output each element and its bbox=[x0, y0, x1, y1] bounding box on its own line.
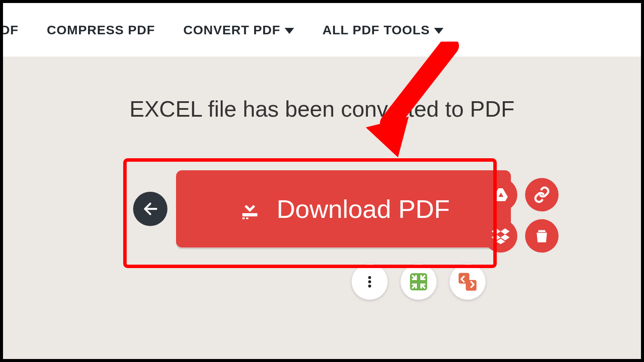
copy-link-button[interactable] bbox=[525, 178, 559, 211]
svg-point-14 bbox=[368, 285, 371, 288]
delete-button[interactable] bbox=[525, 219, 559, 253]
nav-item-pdf-partial[interactable]: DF bbox=[0, 23, 18, 37]
download-icon bbox=[237, 196, 263, 222]
nav-item-all-tools[interactable]: ALL PDF TOOLS bbox=[322, 23, 444, 37]
nav-item-all-tools-label: ALL PDF TOOLS bbox=[322, 23, 430, 37]
link-icon bbox=[533, 186, 550, 203]
svg-marker-8 bbox=[501, 229, 510, 235]
download-button-label: Download PDF bbox=[276, 194, 450, 224]
back-button[interactable] bbox=[133, 192, 167, 226]
result-stage: EXCEL file has been converted to PDF Dow… bbox=[3, 57, 641, 359]
nav-item-convert-label: CONVERT PDF bbox=[183, 23, 280, 37]
merge-tool-button[interactable] bbox=[450, 264, 486, 300]
caret-down-icon bbox=[285, 28, 294, 34]
svg-point-12 bbox=[368, 276, 371, 279]
download-button[interactable]: Download PDF bbox=[176, 170, 511, 247]
cta-row: Download PDF bbox=[133, 170, 511, 247]
back-arrow-icon bbox=[141, 200, 159, 218]
top-nav: DF COMPRESS PDF CONVERT PDF ALL PDF TOOL… bbox=[3, 3, 641, 57]
svg-point-13 bbox=[368, 281, 371, 284]
merge-pdf-icon bbox=[457, 271, 478, 293]
page-title: EXCEL file has been converted to PDF bbox=[3, 57, 641, 122]
more-options-button[interactable] bbox=[352, 264, 388, 300]
compress-tool-button[interactable] bbox=[401, 264, 437, 300]
trash-icon bbox=[534, 228, 550, 244]
nav-item-compress[interactable]: COMPRESS PDF bbox=[47, 23, 155, 37]
save-dropbox-button[interactable] bbox=[484, 219, 517, 253]
google-drive-icon bbox=[492, 186, 509, 203]
more-vertical-icon bbox=[362, 275, 377, 289]
suggested-tools bbox=[352, 264, 486, 300]
caret-down-icon bbox=[434, 28, 444, 34]
svg-marker-7 bbox=[492, 229, 501, 235]
svg-rect-2 bbox=[243, 217, 245, 219]
svg-rect-3 bbox=[246, 217, 249, 219]
compress-icon bbox=[408, 272, 429, 292]
storage-actions bbox=[484, 178, 559, 253]
nav-item-convert[interactable]: CONVERT PDF bbox=[183, 23, 294, 37]
svg-rect-1 bbox=[243, 213, 258, 217]
dropbox-icon bbox=[492, 227, 510, 245]
save-google-drive-button[interactable] bbox=[484, 178, 517, 211]
svg-marker-18 bbox=[366, 117, 409, 157]
